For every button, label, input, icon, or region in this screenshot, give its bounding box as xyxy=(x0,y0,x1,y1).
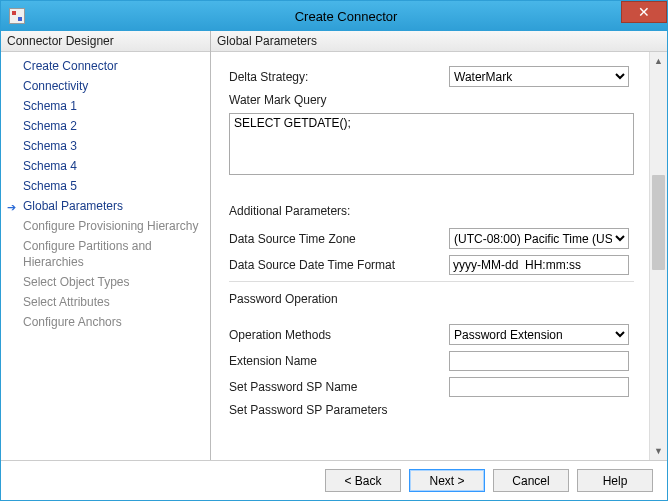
back-button[interactable]: < Back xyxy=(325,469,401,492)
water-mark-query-label: Water Mark Query xyxy=(229,93,449,107)
set-password-sp-name-input[interactable] xyxy=(449,377,629,397)
footer: < Back Next > Cancel Help xyxy=(1,460,667,500)
cancel-button[interactable]: Cancel xyxy=(493,469,569,492)
next-button[interactable]: Next > xyxy=(409,469,485,492)
nav-global-parameters[interactable]: ➔ Global Parameters xyxy=(1,196,210,216)
close-icon: ✕ xyxy=(638,4,650,20)
password-operation-label: Password Operation xyxy=(229,292,631,306)
water-mark-query-textarea[interactable]: SELECT GETDATE(); xyxy=(229,113,634,175)
divider xyxy=(229,281,634,282)
nav-create-connector[interactable]: Create Connector xyxy=(1,56,210,76)
nav-configure-partitions-hierarchies: Configure Partitions and Hierarchies xyxy=(1,236,210,272)
scroll-up-icon[interactable]: ▲ xyxy=(650,52,667,70)
scroll-track[interactable] xyxy=(650,70,667,442)
delta-strategy-select[interactable]: WaterMark xyxy=(449,66,629,87)
current-arrow-icon: ➔ xyxy=(7,199,16,215)
ds-timezone-label: Data Source Time Zone xyxy=(229,232,449,246)
ds-timezone-select[interactable]: (UTC-08:00) Pacific Time (US & C xyxy=(449,228,629,249)
nav-connectivity[interactable]: Connectivity xyxy=(1,76,210,96)
extension-name-label: Extension Name xyxy=(229,354,449,368)
main-header: Global Parameters xyxy=(211,31,667,52)
additional-parameters-label: Additional Parameters: xyxy=(229,204,631,218)
sidebar: Connector Designer Create Connector Conn… xyxy=(1,31,211,460)
ds-datetime-format-label: Data Source Date Time Format xyxy=(229,258,449,272)
sidebar-header: Connector Designer xyxy=(1,31,210,52)
nav-schema-2[interactable]: Schema 2 xyxy=(1,116,210,136)
delta-strategy-label: Delta Strategy: xyxy=(229,70,449,84)
extension-name-input[interactable] xyxy=(449,351,629,371)
nav-schema-4[interactable]: Schema 4 xyxy=(1,156,210,176)
main-panel: Global Parameters Delta Strategy: WaterM… xyxy=(211,31,667,460)
nav-configure-anchors: Configure Anchors xyxy=(1,312,210,332)
nav-select-object-types: Select Object Types xyxy=(1,272,210,292)
nav-schema-1[interactable]: Schema 1 xyxy=(1,96,210,116)
vertical-scrollbar[interactable]: ▲ ▼ xyxy=(649,52,667,460)
set-password-sp-parameters-label: Set Password SP Parameters xyxy=(229,403,449,417)
app-icon xyxy=(9,8,25,24)
operation-methods-select[interactable]: Password Extension xyxy=(449,324,629,345)
ds-datetime-format-input[interactable] xyxy=(449,255,629,275)
operation-methods-label: Operation Methods xyxy=(229,328,449,342)
nav-configure-provisioning-hierarchy: Configure Provisioning Hierarchy xyxy=(1,216,210,236)
nav-schema-3[interactable]: Schema 3 xyxy=(1,136,210,156)
nav-schema-5[interactable]: Schema 5 xyxy=(1,176,210,196)
help-button[interactable]: Help xyxy=(577,469,653,492)
scroll-thumb[interactable] xyxy=(652,175,665,270)
window-title: Create Connector xyxy=(25,9,667,24)
set-password-sp-name-label: Set Password SP Name xyxy=(229,380,449,394)
nav-list: Create Connector Connectivity Schema 1 S… xyxy=(1,52,210,332)
nav-select-attributes: Select Attributes xyxy=(1,292,210,312)
scroll-down-icon[interactable]: ▼ xyxy=(650,442,667,460)
titlebar: Create Connector ✕ xyxy=(1,1,667,31)
close-button[interactable]: ✕ xyxy=(621,1,667,23)
